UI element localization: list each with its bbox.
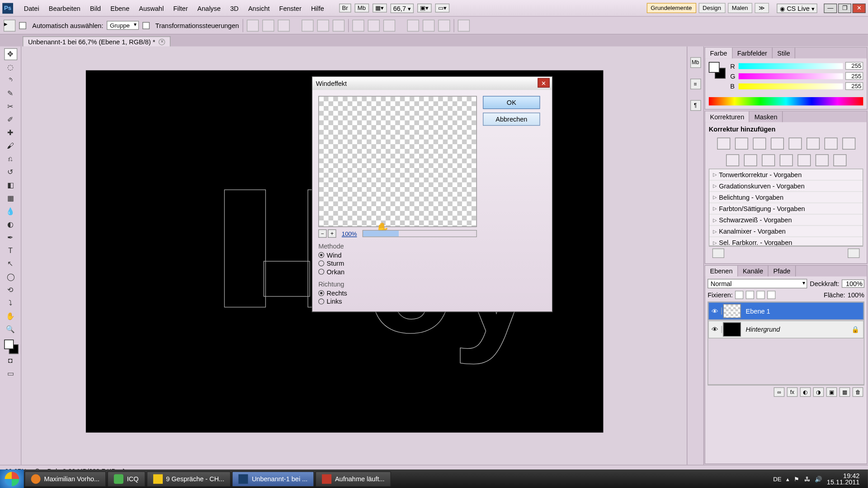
radio-orkan[interactable]: Orkan — [318, 267, 477, 276]
adj-photofilter-icon[interactable] — [726, 155, 739, 166]
paragraph-panel-icon[interactable]: ¶ — [690, 100, 701, 111]
tab-masken[interactable]: Masken — [750, 112, 783, 122]
tab-farbe[interactable]: Farbe — [705, 47, 732, 58]
preview-scrollbar[interactable] — [363, 230, 477, 237]
3d-camera-tool[interactable]: ⤵ — [4, 297, 17, 309]
workspace-more[interactable]: ≫ — [755, 3, 769, 13]
minibridge-button[interactable]: Mb — [354, 4, 369, 13]
view-extras-button[interactable]: ▦▾ — [373, 4, 387, 13]
taskbar-recording[interactable]: Aufnahme läuft... — [315, 471, 391, 487]
radio-sturm[interactable]: Sturm — [318, 259, 477, 267]
dialog-close-button[interactable]: ✕ — [538, 78, 549, 88]
align-btn-1[interactable] — [247, 19, 259, 31]
align-btn-3[interactable] — [278, 19, 289, 31]
blur-tool[interactable]: 💧 — [4, 206, 17, 217]
lock-all-icon[interactable] — [767, 291, 775, 299]
dialog-titlebar[interactable]: Windeffekt ✕ — [312, 77, 552, 90]
tab-korrekturen[interactable]: Korrekturen — [705, 112, 750, 122]
tray-network-icon[interactable]: 🖧 — [804, 476, 810, 483]
arrange-button[interactable]: ▣▾ — [417, 4, 432, 13]
radio-rechts[interactable]: Rechts — [318, 289, 477, 297]
layer-name[interactable]: Hintergrund — [742, 326, 784, 333]
g-value[interactable]: 255 — [845, 72, 863, 80]
preview-zoom-value[interactable]: 100% — [337, 230, 361, 237]
window-minimize[interactable]: — — [824, 3, 837, 13]
menu-bild[interactable]: Bild — [85, 2, 105, 14]
tab-ebenen[interactable]: Ebenen — [705, 266, 738, 277]
start-button[interactable] — [0, 469, 24, 488]
dist-btn-6[interactable] — [438, 19, 450, 31]
adj-levels-icon[interactable] — [735, 138, 748, 150]
menu-hilfe[interactable]: Hilfe — [306, 2, 329, 14]
menu-ebene[interactable]: Ebene — [106, 2, 134, 14]
close-tab-icon[interactable]: × — [159, 38, 165, 45]
eyedropper-tool[interactable]: ✐ — [4, 114, 17, 126]
lock-pixels-icon[interactable] — [746, 291, 754, 299]
healing-tool[interactable]: ✚ — [4, 127, 17, 139]
menu-bearbeiten[interactable]: Bearbeiten — [44, 2, 85, 14]
history-brush-tool[interactable]: ↺ — [4, 166, 17, 178]
workspace-grundelemente[interactable]: Grundelemente — [646, 3, 696, 13]
cancel-button[interactable]: Abbrechen — [483, 113, 540, 126]
adj-gradientmap-icon[interactable] — [815, 155, 828, 166]
tab-pfade[interactable]: Pfade — [769, 266, 796, 277]
taskbar-icq[interactable]: ICQ — [107, 471, 145, 487]
preset-tonwert[interactable]: Tonwertkorrektur - Vorgaben — [709, 169, 863, 180]
quickmask-button[interactable]: ◘ — [4, 355, 17, 366]
adj-posterize-icon[interactable] — [779, 155, 793, 166]
minibridge-panel-icon[interactable]: Mb — [690, 57, 701, 68]
tray-arrow-icon[interactable]: ▴ — [786, 476, 789, 483]
eraser-tool[interactable]: ◧ — [4, 179, 17, 191]
align-btn-6[interactable] — [333, 19, 344, 31]
preset-kanalmixer[interactable]: Kanalmixer - Vorgaben — [709, 226, 863, 237]
new-layer-button[interactable]: ▦ — [840, 387, 850, 397]
history-panel-icon[interactable]: ≡ — [690, 79, 701, 89]
adj-trash-button[interactable] — [848, 249, 859, 258]
adj-expand-button[interactable] — [712, 249, 724, 258]
menu-3d[interactable]: 3D — [226, 2, 244, 14]
visibility-icon[interactable]: 👁 — [709, 326, 722, 333]
auto-select-checkbox[interactable] — [19, 22, 26, 29]
shape-tool[interactable]: ◯ — [4, 271, 17, 283]
align-btn-2[interactable] — [262, 19, 274, 31]
dist-btn-1[interactable] — [352, 19, 364, 31]
align-btn-4[interactable] — [302, 19, 313, 31]
taskbar-clock[interactable]: 19:42 15.11.2011 — [827, 473, 863, 486]
hand-tool[interactable]: ✋ — [4, 310, 17, 322]
radio-links[interactable]: Links — [318, 297, 477, 305]
ok-button[interactable]: OK — [483, 96, 540, 109]
preset-gradation[interactable]: Gradationskurven - Vorgaben — [709, 181, 863, 192]
r-slider[interactable] — [739, 63, 843, 69]
adj-exposure-icon[interactable] — [770, 138, 783, 150]
adj-curves-icon[interactable] — [753, 138, 766, 150]
mask-button[interactable]: ◐ — [800, 387, 811, 397]
dialog-preview[interactable]: ✋ — [318, 96, 477, 227]
tray-flag-icon[interactable]: ⚑ — [794, 476, 799, 483]
zoom-tool[interactable]: 🔍 — [4, 324, 17, 335]
move-tool-preset[interactable]: ▸ — [4, 19, 15, 31]
auto-align-button[interactable] — [458, 19, 469, 31]
quick-select-tool[interactable]: ✎ — [4, 88, 17, 99]
color-spectrum[interactable] — [709, 97, 863, 105]
radio-wind[interactable]: Wind — [318, 251, 477, 259]
adj-vibrance-icon[interactable] — [788, 138, 802, 150]
taskbar-firefox[interactable]: Maximilian Vorho... — [24, 471, 106, 487]
menu-filter[interactable]: Filter — [169, 2, 193, 14]
adjustment-layer-button[interactable]: ◑ — [813, 387, 824, 397]
menu-analyse[interactable]: Analyse — [193, 2, 226, 14]
layer-ebene1[interactable]: 👁 Ebene 1 — [708, 302, 863, 320]
adj-threshold-icon[interactable] — [797, 155, 811, 166]
adj-brightness-icon[interactable] — [717, 138, 730, 150]
lock-position-icon[interactable] — [757, 291, 765, 299]
crop-tool[interactable]: ✂ — [4, 101, 17, 113]
taskbar-photoshop[interactable]: Unbenannt-1 bei ... — [232, 471, 314, 487]
dist-btn-5[interactable] — [423, 19, 434, 31]
menu-datei[interactable]: Datei — [19, 2, 44, 14]
zoom-out-button[interactable]: − — [318, 230, 326, 238]
r-value[interactable]: 255 — [845, 62, 863, 70]
dodge-tool[interactable]: ◐ — [4, 219, 17, 230]
preset-schwarzweiss[interactable]: Schwarzweiß - Vorgaben — [709, 215, 863, 226]
layer-name[interactable]: Ebene 1 — [742, 307, 774, 314]
blend-mode-dropdown[interactable]: Normal — [708, 279, 807, 288]
link-layers-button[interactable]: ∞ — [774, 387, 785, 397]
